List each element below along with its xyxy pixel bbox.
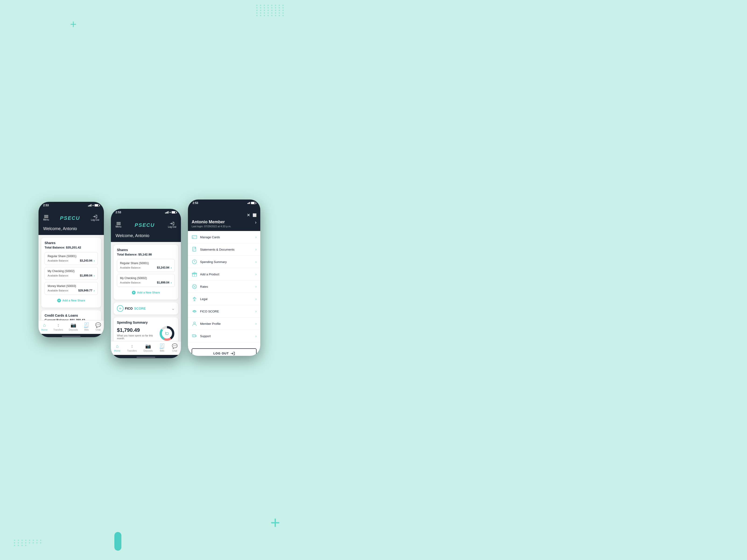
svg-point-17 <box>195 287 196 288</box>
phone2-add-share-btn[interactable]: + Add a New Share <box>117 289 175 296</box>
fico-menu-icon <box>192 309 197 314</box>
phone2-nav-chat[interactable]: 💬 Chat <box>172 343 178 352</box>
phone1-credit-card: Credit Cards & Loans Current Balance: $9… <box>41 310 101 320</box>
phone1-account-checking[interactable]: My Checking (S0002) Available Balance: $… <box>45 267 98 280</box>
phone2-spending-card: Spending Summary $1,790.49 What you have… <box>114 317 178 341</box>
phone3-time: 2:53 <box>192 202 198 205</box>
menu-item-add-product[interactable]: Add a Product › <box>188 268 260 281</box>
manage-cards-chevron: › <box>255 235 257 239</box>
svg-rect-9 <box>192 236 197 237</box>
phone1-nav-bills[interactable]: 🧾 Bills <box>83 322 89 331</box>
menu-item-member-profile[interactable]: Member Profile › <box>188 318 260 330</box>
phone1-add-share-btn[interactable]: + Add a New Share <box>45 297 98 304</box>
phone2-menu-btn[interactable]: Menu <box>115 222 121 228</box>
phone1-money-market-name: Money Market (S0003) <box>48 285 95 288</box>
phone1-signal <box>88 204 92 207</box>
phone1-money-market-balance-row: Available Balance: $29,949.77 › <box>48 289 95 292</box>
phone2-nav-home[interactable]: ⌂ Home <box>114 344 121 352</box>
phone1-checking-balance: $1,899.04 › <box>80 274 95 277</box>
plus-decoration-top: + <box>70 19 77 30</box>
menu-item-support[interactable]: Support › <box>188 330 260 342</box>
bills-icon: 🧾 <box>83 322 89 328</box>
wifi-icon: ▾ <box>93 204 94 207</box>
add-product-label: Add a Product <box>200 272 219 276</box>
phone1-account-money-market[interactable]: Money Market (S0003) Available Balance: … <box>45 282 98 295</box>
phone2-logout-btn[interactable]: Log Out <box>168 222 176 228</box>
chevron-icon: › <box>171 281 172 285</box>
phone1-nav-chat[interactable]: 💬 Chat <box>95 322 101 331</box>
phone1-time: 2:53 <box>43 204 49 207</box>
bills-icon-2: 🧾 <box>159 343 165 349</box>
phone1-welcome: Welcome, Antonio <box>38 223 104 235</box>
phone1-status-bar: 2:53 ▾ <box>38 202 104 207</box>
rates-label: Rates <box>200 285 208 288</box>
phone2-spending-title: Spending Summary <box>117 321 175 324</box>
phone1-nav-deposits[interactable]: 📷 Deposits <box>69 322 78 331</box>
phone3-notch <box>212 205 236 210</box>
svg-rect-20 <box>192 335 196 337</box>
phone2-checking-balance-row: Available Balance: $1,899.04 › <box>120 281 172 285</box>
transfers-icon-2: ↕ <box>131 344 133 349</box>
battery-icon-2 <box>172 211 176 213</box>
menu-close-btn[interactable]: ✕ <box>247 213 250 218</box>
statements-label: Statements & Documents <box>200 248 234 251</box>
phone2-content: Shares Total Balance: $5,142.98 Regular … <box>111 242 181 341</box>
phone1-nav-transfers[interactable]: ↕ Transfers <box>53 322 63 331</box>
phone2-nav-transfers[interactable]: ↕ Transfers <box>127 344 137 352</box>
wifi-icon-2: ▾ <box>170 211 171 214</box>
phone1-account-regular-share[interactable]: Regular Share (S0001) Available Balance:… <box>45 252 98 265</box>
legal-label: Legal <box>200 297 208 301</box>
phone2-fico-bar[interactable]: FICO SCORE ⌄ <box>114 302 178 315</box>
menu-item-rates[interactable]: Rates › <box>188 281 260 293</box>
phone2-account-checking[interactable]: My Checking (S0002) Available Balance: $… <box>117 274 175 287</box>
percent-icon <box>192 284 197 289</box>
phone2-shares-total: Total Balance: $5,142.98 <box>117 253 175 256</box>
spending-summary-label: Spending Summary <box>200 260 227 264</box>
header-user-info: Antonio Member Last login: 07/29/2022 at… <box>192 219 257 228</box>
menu-last-login: Last login: 07/29/2022 at 4:33 p.m. <box>192 225 231 228</box>
phone1-money-market-balance: $29,949.77 › <box>78 289 95 292</box>
support-label: Support <box>200 335 211 338</box>
phone3-status-icons <box>248 202 256 204</box>
person-icon <box>192 321 197 326</box>
teal-rectangle <box>114 532 121 551</box>
rates-chevron: › <box>255 285 257 288</box>
fico-logo: FICO SCORE <box>117 305 146 312</box>
menu-item-left-8: Support <box>192 333 211 339</box>
phone3-menu-footer: LOG OUT App Version: PROD - 5.2.6 <box>188 345 260 356</box>
phone2-signal <box>165 211 169 213</box>
phone1-menu-btn[interactable]: Menu <box>43 215 49 221</box>
fico-chevron: ⌄ <box>171 306 175 311</box>
phone2-spending-label: What you have spent so far this month. <box>117 334 159 340</box>
phone3-menu-screen: space ✕ ⬜ Antonio Member Last login: 07/… <box>188 210 260 356</box>
logout-icon-2 <box>170 222 174 225</box>
add-icon-2: + <box>132 291 136 294</box>
phone2-account-regular-share[interactable]: Regular Share (S0001) Available Balance:… <box>117 259 175 272</box>
menu-item-legal[interactable]: Legal › <box>188 293 260 305</box>
support-chevron: › <box>255 334 257 338</box>
phone1-regular-share-balance-row: Available Balance: $3,243.94 › <box>48 259 95 263</box>
phone1-nav-home[interactable]: ⌂ Home <box>41 322 48 331</box>
dots-decoration-top-right <box>256 5 285 16</box>
phone1-checking-balance-row: Available Balance: $1,899.04 › <box>48 274 95 277</box>
svg-rect-11 <box>192 247 196 251</box>
phone2-spending-content: $1,790.49 What you have spent so far thi… <box>117 325 175 341</box>
chat-icon-2: 💬 <box>172 343 178 349</box>
phone2-nav-bills[interactable]: 🧾 Bills <box>159 343 165 352</box>
phone2-notch <box>134 214 158 219</box>
phone2-nav-deposits[interactable]: 📷 Deposits <box>144 343 153 352</box>
menu-item-statements[interactable]: Statements & Documents › <box>188 243 260 256</box>
phone1-shares-total: Total Balance: $35,201.42 <box>45 246 98 249</box>
fico-score-chevron: › <box>255 310 257 313</box>
phone-3: 2:53 space ✕ ⬜ <box>188 199 260 356</box>
phone1-logout-btn[interactable]: Log Out <box>91 215 99 221</box>
menu-item-spending-summary[interactable]: Spending Summary › <box>188 256 260 268</box>
menu-item-manage-cards[interactable]: Manage Cards › <box>188 231 260 243</box>
menu-item-left-7: Member Profile <box>192 321 221 326</box>
phone3-logout-btn[interactable]: LOG OUT <box>192 348 257 356</box>
battery-icon-3 <box>251 202 256 204</box>
menu-item-fico-score[interactable]: FICO SCORE › <box>188 305 260 318</box>
svg-point-18 <box>194 311 195 312</box>
menu-item-left-4: Rates <box>192 284 208 289</box>
phone1-credit-total: Current Balance: $91,350.42 <box>45 318 98 320</box>
